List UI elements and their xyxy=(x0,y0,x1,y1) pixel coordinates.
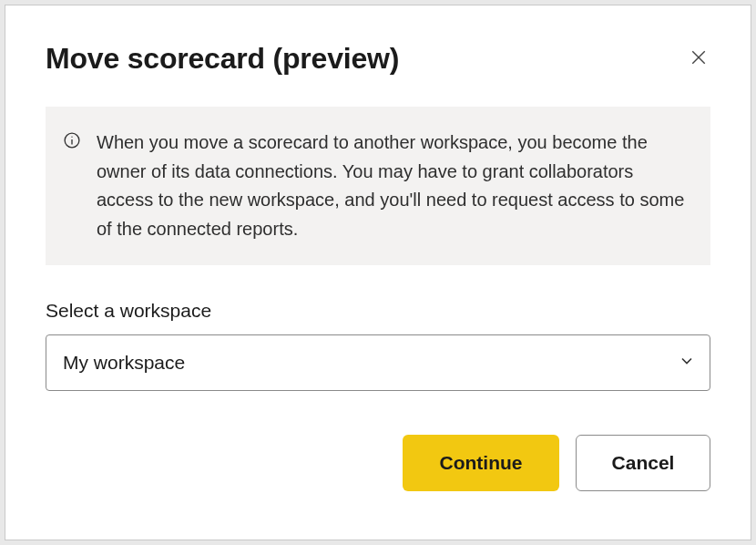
workspace-selected-value: My workspace xyxy=(63,352,185,374)
dialog-header: Move scorecard (preview) xyxy=(46,42,710,76)
dialog-title: Move scorecard (preview) xyxy=(46,42,399,76)
info-banner: When you move a scorecard to another wor… xyxy=(46,107,710,265)
cancel-button[interactable]: Cancel xyxy=(576,435,710,491)
move-scorecard-dialog: Move scorecard (preview) When you move a… xyxy=(5,5,751,540)
workspace-select[interactable]: My workspace xyxy=(46,334,710,391)
svg-point-3 xyxy=(71,137,72,138)
workspace-label: Select a workspace xyxy=(46,300,710,322)
info-text: When you move a scorecard to another wor… xyxy=(97,129,685,243)
info-icon xyxy=(64,132,80,152)
button-row: Continue Cancel xyxy=(46,435,710,491)
close-button[interactable] xyxy=(687,46,710,72)
workspace-select-wrapper: My workspace xyxy=(46,334,710,391)
continue-button[interactable]: Continue xyxy=(403,435,559,491)
close-icon xyxy=(690,49,707,68)
